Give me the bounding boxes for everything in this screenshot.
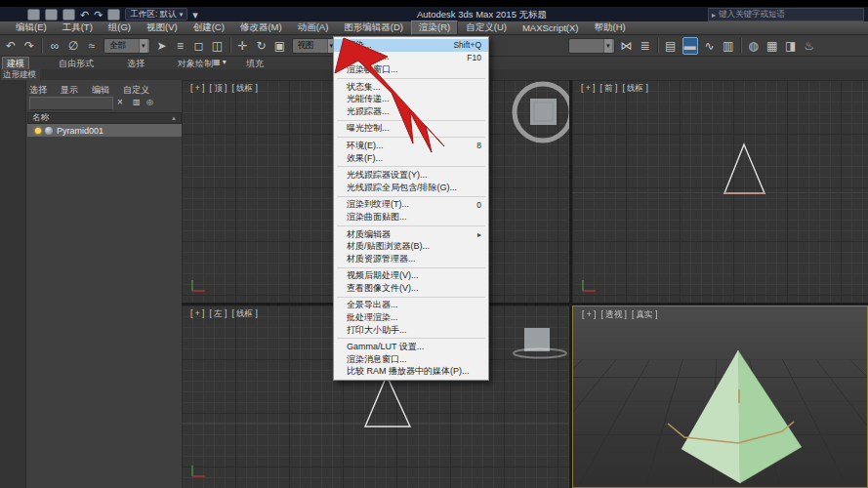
mirror-icon[interactable]: ⋈ xyxy=(620,38,634,54)
open-file-icon[interactable] xyxy=(45,9,58,20)
viewport-label-token[interactable]: [ + ] xyxy=(190,308,204,320)
menubar-item-修改器(M)[interactable]: 修改器(M) xyxy=(232,20,290,35)
render-production-icon[interactable]: ♨ xyxy=(803,38,816,54)
explorer-search-input[interactable] xyxy=(29,97,113,110)
reference-coordinate-dropdown[interactable]: 视图▾ xyxy=(292,38,339,54)
align-icon[interactable]: ≣ xyxy=(639,38,652,54)
selection-filter-dropdown[interactable]: 全部▾ xyxy=(103,38,150,54)
redo-icon[interactable]: ↷ xyxy=(22,38,36,54)
sort-ascending-icon[interactable]: ▲ xyxy=(171,115,177,121)
ribbon-config-icon[interactable]: ▦ ▾ xyxy=(213,58,227,66)
viewport-label-token[interactable]: [ 真实 ] xyxy=(632,309,657,321)
select-rotate-icon[interactable]: ↻ xyxy=(255,38,269,54)
select-object-icon[interactable]: ➤ xyxy=(155,38,169,54)
render-menu-item[interactable]: 全景导出器... xyxy=(334,300,488,312)
toggle-ribbon-icon[interactable]: ▬ xyxy=(682,37,698,55)
viewport-perspective-active[interactable]: [ + ][ 透视 ][ 真实 ] xyxy=(572,305,868,488)
render-menu-item[interactable]: 查看图像文件(V)... xyxy=(334,282,488,295)
render-menu-item[interactable]: 光能传递... xyxy=(334,93,488,105)
render-menu-item[interactable]: 材质资源管理器... xyxy=(334,253,488,265)
ribbon-tab-对象绘制[interactable]: 对象绘制 xyxy=(174,58,217,70)
viewport-label-token[interactable]: [ 前 ] xyxy=(599,83,617,95)
explorer-row-selected[interactable]: Pyramid001 xyxy=(27,124,182,137)
menubar-item-创建(C)[interactable]: 创建(C) xyxy=(186,20,232,35)
render-menu-item[interactable]: 光跟踪器... xyxy=(334,105,488,118)
viewport-label-token[interactable]: [ 透视 ] xyxy=(600,309,626,321)
viewport-front[interactable]: [ + ][ 前 ][ 线框 ] xyxy=(572,80,868,303)
material-editor-icon[interactable]: ◍ xyxy=(747,38,761,54)
explorer-menu-编辑[interactable]: 编辑 xyxy=(92,84,109,97)
layer-manager-icon[interactable]: ▤ xyxy=(664,38,678,54)
menubar-item-帮助(H)[interactable]: 帮助(H) xyxy=(586,20,633,35)
render-menu-item[interactable]: Gamma/LUT 设置... xyxy=(334,341,488,353)
add-toolbar-icon[interactable]: ▾ xyxy=(192,10,198,20)
viewport-label-token[interactable]: [ + ] xyxy=(581,83,595,95)
project-folder-icon[interactable] xyxy=(107,9,120,20)
dope-sheet-icon[interactable]: ▥ xyxy=(722,38,735,54)
select-link-icon[interactable]: ∞ xyxy=(48,38,62,54)
pyramid-wireframe-left[interactable] xyxy=(365,376,410,427)
viewport-label-token[interactable]: [ 顶 ] xyxy=(209,83,227,95)
viewport-label-token[interactable]: [ + ] xyxy=(190,83,204,95)
render-menu-item[interactable]: 状态集... xyxy=(334,81,488,94)
undo-icon[interactable]: ↶ xyxy=(80,10,89,20)
render-menu-item[interactable]: 材质/贴图浏览器(B)... xyxy=(334,240,488,253)
render-menu-item[interactable]: 环境(E)...8 xyxy=(334,140,488,152)
pyramid-wireframe-front[interactable] xyxy=(724,144,765,193)
curve-editor-icon[interactable]: ∿ xyxy=(703,38,717,54)
viewport-label-token[interactable]: [ 线框 ] xyxy=(622,83,647,95)
window-crossing-icon[interactable]: ◫ xyxy=(211,38,225,54)
menubar-item-图形编辑器(D)[interactable]: 图形编辑器(D) xyxy=(336,20,411,35)
undo-icon[interactable]: ↶ xyxy=(4,38,18,54)
select-by-name-icon[interactable]: ≡ xyxy=(174,38,187,54)
rectangular-selection-icon[interactable]: ◻ xyxy=(192,38,206,54)
ribbon-tab-自由形式[interactable]: 自由形式 xyxy=(55,58,98,70)
render-menu-item[interactable]: 光线跟踪器设置(Y)... xyxy=(334,169,488,182)
ribbon-tab-建模[interactable]: 建模 xyxy=(2,57,29,70)
select-move-icon[interactable]: ✛ xyxy=(236,38,250,54)
unlink-selection-icon[interactable]: ∅ xyxy=(66,38,80,54)
render-menu-item[interactable]: 渲染帧窗口... xyxy=(334,63,488,76)
menubar-item-MAXScript(X)[interactable]: MAXScript(X) xyxy=(515,21,587,34)
render-menu-item[interactable]: 打印大小助手... xyxy=(334,324,488,337)
viewport-label-token[interactable]: [ + ] xyxy=(582,309,596,321)
help-search-box[interactable]: ▸ 键入关键字或短语 xyxy=(708,8,864,21)
render-setup-icon[interactable]: ▦ xyxy=(765,38,779,54)
find-icon[interactable]: ◎ xyxy=(146,97,153,108)
explorer-menu-自定义[interactable]: 自定义 xyxy=(123,84,149,97)
select-scale-icon[interactable]: ▣ xyxy=(273,38,287,54)
menubar-item-视图(V)[interactable]: 视图(V) xyxy=(139,20,186,35)
pyramid-object[interactable] xyxy=(738,350,802,483)
render-menu-item[interactable]: 批处理渲染... xyxy=(334,311,488,324)
viewport-label-token[interactable]: [ 线框 ] xyxy=(231,308,257,320)
visibility-bulb-icon[interactable] xyxy=(35,128,41,134)
rendered-frame-window-icon[interactable]: ◨ xyxy=(784,38,798,54)
viewport-label-token[interactable]: [ 线框 ] xyxy=(231,83,257,95)
render-menu-item[interactable]: 渲染...Shift+Q xyxy=(334,39,488,52)
explorer-menu-显示[interactable]: 显示 xyxy=(61,84,78,97)
render-menu-item[interactable]: 光线跟踪全局包含/排除(G)... xyxy=(334,182,488,194)
redo-icon[interactable]: ↷ xyxy=(94,10,103,20)
menubar-item-工具(T)[interactable]: 工具(T) xyxy=(55,20,101,35)
save-file-icon[interactable] xyxy=(62,9,75,20)
render-menu-item[interactable]: 渲染到纹理(T)...0 xyxy=(334,199,488,212)
render-menu-item[interactable]: 视频后期处理(V)... xyxy=(334,270,488,283)
render-menu-item[interactable]: 材质编辑器▸ xyxy=(334,228,488,241)
render-menu-item[interactable]: 曝光控制... xyxy=(334,123,488,136)
menubar-item-组(G)[interactable]: 组(G) xyxy=(101,20,139,35)
explorer-menu-选择[interactable]: 选择 xyxy=(29,84,47,97)
menubar-item-编辑(E)[interactable]: 编辑(E) xyxy=(8,20,55,35)
menubar-item-渲染(R)[interactable]: 渲染(R) xyxy=(411,20,458,35)
named-selection-dropdown[interactable]: ▾ xyxy=(568,38,615,54)
new-scene-icon[interactable] xyxy=(27,9,40,20)
explorer-name-column-header[interactable]: 名称 ▲ xyxy=(27,112,182,124)
viewport-label-token[interactable]: [ 左 ] xyxy=(209,308,227,320)
menubar-item-自定义(U)[interactable]: 自定义(U) xyxy=(458,20,515,35)
ribbon-tab-选择[interactable]: 选择 xyxy=(123,58,148,70)
render-menu-item[interactable]: 比较 RAM 播放器中的媒体(P)... xyxy=(334,366,488,379)
workspace-dropdown[interactable]: 工作区: 默认▾ xyxy=(125,8,187,20)
render-menu-item[interactable]: 渲染曲面贴图... xyxy=(334,211,488,224)
lock-icon[interactable]: ▥ xyxy=(133,97,141,108)
bind-space-warp-icon[interactable]: ≈ xyxy=(85,38,99,54)
ribbon-tab-填充[interactable]: 填充 xyxy=(242,58,268,70)
